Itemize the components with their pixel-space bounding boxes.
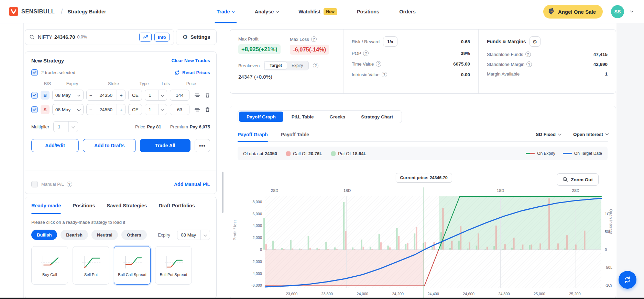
add-edit-button[interactable]: Add/Edit <box>31 139 79 152</box>
refresh-icon <box>175 70 180 75</box>
chart-trend-button[interactable] <box>139 33 152 42</box>
delete-trade-icon[interactable] <box>205 92 210 98</box>
strategy-card-sell-put[interactable]: Sell Put <box>73 246 109 285</box>
expiry-select[interactable]: 08 May <box>52 90 84 101</box>
strike-minus-button[interactable]: − <box>87 107 95 113</box>
tab-positions[interactable]: Positions <box>73 197 95 214</box>
strike-value[interactable]: 24350 <box>95 93 117 98</box>
tab-saved-strategies[interactable]: Saved Strategies <box>107 197 147 214</box>
strike-plus-button[interactable]: + <box>117 92 125 98</box>
premium-pay-value: Pay 6,075 <box>190 124 210 129</box>
tab-payoff-graph[interactable]: Payoff Graph <box>239 112 283 122</box>
payoff-chart[interactable]: -2SD-1SD1SD2SD8,0006,0004,0002,0000-2,00… <box>234 187 612 299</box>
more-options-button[interactable]: ••• <box>195 139 210 152</box>
help-icon[interactable]: ? <box>525 51 531 57</box>
filter-others[interactable]: Others <box>121 230 147 240</box>
nav-trade[interactable]: Trade <box>217 0 235 23</box>
profile-chevron-icon[interactable] <box>630 9 634 13</box>
add-to-drafts-button[interactable]: Add to Drafts <box>83 139 136 152</box>
strike-stepper: − 24550 + <box>86 104 125 115</box>
trade-checkbox[interactable] <box>31 106 38 113</box>
side-toggle[interactable]: B <box>41 91 50 100</box>
chevron-down-icon <box>232 9 235 13</box>
pop-value: 39% <box>461 51 470 56</box>
tab-pl-table[interactable]: P&L Table <box>284 112 321 122</box>
strategy-card-buy-call[interactable]: Buy Call <box>31 246 68 285</box>
lots-select[interactable]: 1 <box>145 90 167 101</box>
nav-analyse[interactable]: Analyse <box>255 0 279 23</box>
sd-mode-dropdown[interactable]: SD Fixed <box>536 132 561 137</box>
multiplier-select[interactable]: 1 <box>53 121 78 132</box>
manual-pl-checkbox[interactable] <box>31 181 38 187</box>
type-field[interactable]: CE <box>128 90 142 101</box>
expiry-select[interactable]: 08 May <box>52 104 84 115</box>
strike-plus-button[interactable]: + <box>117 107 125 113</box>
payoff-panel: Payoff Graph P&L Table Greeks Strategy C… <box>230 106 616 299</box>
funds-settings-button[interactable]: ⚙ <box>530 36 541 47</box>
help-icon[interactable]: ? <box>382 72 387 77</box>
info-button[interactable]: Info <box>154 33 170 42</box>
chevron-down-icon <box>161 107 164 111</box>
strategy-stats-card: Max Profit +8,925(+21%) Max Loss? -6,075… <box>230 29 616 94</box>
instrument-search[interactable]: NIFTY 24346.70 0.0% Info <box>25 29 174 45</box>
tab-draft-portfolios[interactable]: Draft Portfolios <box>159 197 195 214</box>
expiry-filter-select[interactable]: 08 May <box>177 230 210 240</box>
angel-one-sale-button[interactable]: % Angel One Sale <box>543 5 603 19</box>
sync-fab-button[interactable] <box>619 271 636 289</box>
zoom-out-button[interactable]: Zoom Out <box>557 173 599 186</box>
side-toggle[interactable]: S <box>41 105 50 114</box>
type-field[interactable]: CE <box>128 104 142 115</box>
trade-checkbox[interactable] <box>31 92 38 99</box>
help-icon[interactable]: ? <box>311 36 317 42</box>
risk-reward-toggle[interactable]: 1/x <box>383 36 397 47</box>
svg-text:23,800: 23,800 <box>321 292 333 296</box>
left-panel-scrollbar[interactable] <box>222 172 223 213</box>
nav-watchlist[interactable]: Watchlist New <box>298 0 337 23</box>
oi-mode-dropdown[interactable]: Open Interest <box>573 132 608 137</box>
delete-trade-icon[interactable] <box>205 107 210 112</box>
breakeven-expiry-option[interactable]: Expiry <box>287 62 308 69</box>
breakeven-target-option[interactable]: Target <box>265 62 287 69</box>
subtab-payoff-table[interactable]: Payoff Table <box>281 127 309 142</box>
help-icon[interactable]: ? <box>376 61 381 67</box>
select-all-checkbox[interactable] <box>31 69 38 76</box>
sensibull-logo-icon <box>9 7 18 16</box>
help-icon[interactable]: ? <box>67 182 72 187</box>
filter-bullish[interactable]: Bullish <box>31 230 57 240</box>
tab-greeks[interactable]: Greeks <box>322 112 353 122</box>
filter-bearish[interactable]: Bearish <box>61 230 88 240</box>
svg-text:24,200: 24,200 <box>392 292 404 296</box>
nav-positions[interactable]: Positions <box>357 0 379 23</box>
strike-value[interactable]: 24550 <box>95 107 117 112</box>
price-input[interactable]: 144 <box>170 90 189 101</box>
strategy-card-bull-call-spread[interactable]: Bull Call Spread <box>114 246 151 285</box>
nav-orders[interactable]: Orders <box>399 0 416 23</box>
trade-all-button[interactable]: Trade All <box>140 139 190 152</box>
tab-ready-made[interactable]: Ready-made <box>31 197 61 214</box>
svg-text:4,000: 4,000 <box>252 223 262 228</box>
settings-button[interactable]: ⚙ Settings <box>176 29 217 45</box>
clear-new-trades-link[interactable]: Clear New Trades <box>171 58 210 63</box>
funds-margins-title: Funds & Margins <box>487 39 526 44</box>
price-input[interactable]: 63 <box>170 104 189 115</box>
market-depth-icon[interactable] <box>194 93 200 97</box>
reset-prices-link[interactable]: Reset Prices <box>175 70 210 75</box>
bottom-edge-bar <box>0 298 644 299</box>
user-avatar[interactable]: SS <box>611 5 624 18</box>
lots-select[interactable]: 1 <box>145 104 167 115</box>
svg-text:1SD: 1SD <box>497 188 504 193</box>
add-manual-pl-link[interactable]: Add Manual P/L <box>174 182 210 187</box>
svg-text:8,000: 8,000 <box>252 200 262 204</box>
market-depth-icon[interactable] <box>194 107 200 112</box>
subtab-payoff-graph[interactable]: Payoff Graph <box>238 127 268 142</box>
chevron-down-icon <box>72 125 75 128</box>
help-icon[interactable]: ? <box>313 63 318 68</box>
strategy-card-bull-put-spread[interactable]: Bull Put Spread <box>155 246 192 285</box>
strike-minus-button[interactable]: − <box>87 92 95 98</box>
help-icon[interactable]: ? <box>363 50 369 56</box>
help-icon[interactable]: ? <box>526 61 532 67</box>
tab-strategy-chart[interactable]: Strategy Chart <box>353 112 401 122</box>
filter-neutral[interactable]: Neutral <box>91 230 118 240</box>
sensibull-logo[interactable]: SENSIBULL <box>9 7 55 16</box>
search-icon <box>29 34 35 40</box>
